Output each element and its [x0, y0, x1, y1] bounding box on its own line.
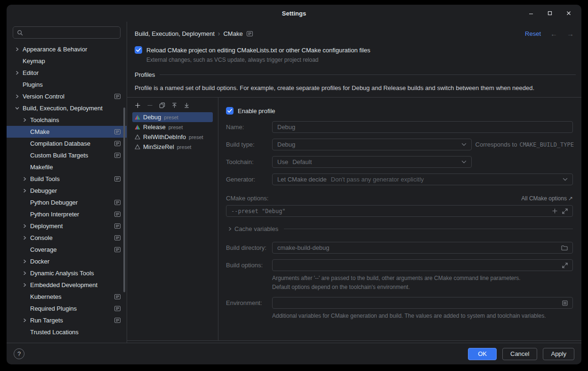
sidebar-item-coverage[interactable]: Coverage	[7, 244, 127, 256]
tree-item-label: Deployment	[28, 223, 63, 230]
chevron-right-icon[interactable]	[21, 271, 28, 275]
build-type-value: Debug	[277, 141, 295, 148]
environment-hint: Additional variables for CMake generatio…	[272, 312, 555, 321]
cancel-button[interactable]: Cancel	[502, 348, 537, 360]
sidebar-item-build-execution-deployment[interactable]: Build, Execution, Deployment	[7, 102, 127, 114]
name-value: Debug	[277, 124, 295, 131]
close-icon[interactable]	[565, 10, 572, 16]
minimize-icon[interactable]	[528, 10, 534, 16]
profile-suffix: preset	[189, 134, 203, 140]
enable-profile-checkbox[interactable]	[226, 107, 234, 115]
sidebar-scrollbar[interactable]	[123, 107, 125, 292]
chevron-right-icon[interactable]	[13, 71, 21, 75]
env-browse-icon	[562, 300, 568, 306]
profiles-description: Profile is a named set of build options.…	[127, 84, 581, 91]
build-options-label: Build options:	[226, 262, 272, 269]
search-input[interactable]	[26, 29, 116, 36]
sidebar-item-python-debugger[interactable]: Python Debugger	[7, 197, 127, 208]
sidebar-item-makefile[interactable]: Makefile	[7, 161, 127, 173]
sidebar-item-version-control[interactable]: Version Control	[7, 91, 127, 102]
sidebar-item-editor[interactable]: Editor	[7, 67, 127, 79]
sidebar-item-debugger[interactable]: Debugger	[7, 185, 127, 197]
ok-button[interactable]: OK	[468, 348, 497, 360]
profile-item-release[interactable]: Release preset	[132, 122, 213, 132]
cache-variables-toggle: Cache variables	[226, 225, 573, 232]
chevron-right-icon[interactable]	[21, 318, 28, 322]
sidebar-item-plugins[interactable]: Plugins	[7, 79, 127, 91]
sidebar-item-python-interpreter[interactable]: Python Interpreter	[7, 208, 127, 220]
reload-cmake-checkbox[interactable]	[135, 46, 142, 54]
all-cmake-options-link[interactable]: All CMake options ↗	[521, 195, 573, 202]
sidebar-item-docker[interactable]: Docker	[7, 256, 127, 267]
profile-item-debug[interactable]: Debug preset	[132, 112, 213, 122]
chevron-right-icon[interactable]	[13, 47, 21, 51]
chevron-right-icon[interactable]	[21, 189, 28, 193]
sidebar-item-dynamic-analysis-tools[interactable]: Dynamic Analysis Tools	[7, 267, 127, 279]
settings-tree: Appearance & Behavior Keymap Editor Plug…	[7, 43, 127, 338]
forward-arrow-icon[interactable]: →	[567, 30, 574, 38]
sidebar-item-required-plugins[interactable]: Required Plugins	[7, 303, 127, 314]
generator-hint: Don't pass any generator explicitly	[331, 176, 424, 183]
cmake-options-value: --preset "Debug"	[231, 208, 286, 214]
chevron-right-icon[interactable]	[13, 94, 21, 99]
per-project-icon	[114, 176, 121, 181]
profile-item-relwithdebinfo[interactable]: RelWithDebInfo preset	[132, 132, 213, 142]
title-bar: Settings	[7, 5, 581, 22]
per-project-icon	[114, 223, 121, 229]
move-up-icon[interactable]	[171, 102, 177, 108]
profiles-list: Debug preset Release preset RelWithDebIn…	[127, 112, 218, 152]
sidebar-item-compilation-database[interactable]: Compilation Database	[7, 138, 127, 149]
sidebar-item-custom-build-targets[interactable]: Custom Build Targets	[7, 149, 127, 161]
tree-item-label: Python Interpreter	[28, 211, 79, 218]
chevron-right-icon[interactable]	[21, 118, 28, 122]
sidebar-item-cmake[interactable]: CMake	[7, 126, 127, 138]
dropdown-chevron-icon	[458, 160, 467, 164]
profile-form: Enable profile Name: Debug Build type: D…	[218, 98, 581, 340]
chevron-right-icon[interactable]	[21, 259, 28, 264]
sidebar-item-deployment[interactable]: Deployment	[7, 220, 127, 232]
build-directory-label: Build directory:	[226, 244, 272, 251]
profile-suffix: preset	[164, 115, 178, 120]
sidebar-item-run-targets[interactable]: Run Targets	[7, 314, 127, 326]
toolchain-prefix: Use	[277, 158, 288, 165]
chevron-right-icon[interactable]	[21, 224, 28, 228]
move-down-icon[interactable]	[183, 102, 190, 108]
generator-select: Let CMake decide Don't pass any generato…	[272, 173, 573, 185]
chevron-right-icon[interactable]	[21, 236, 28, 240]
help-icon[interactable]: ?	[14, 348, 24, 359]
remove-icon[interactable]	[146, 102, 153, 108]
sidebar-item-toolchains[interactable]: Toolchains	[7, 114, 127, 126]
reset-link[interactable]: Reset	[525, 30, 541, 37]
sidebar-item-keymap[interactable]: Keymap	[7, 55, 127, 67]
cmake-gray-icon	[135, 144, 140, 149]
profile-suffix: preset	[169, 124, 183, 130]
cmake-options-field: --preset "Debug"	[226, 205, 573, 217]
profiles-section-title: Profiles	[135, 71, 155, 78]
chevron-right-icon	[226, 227, 234, 231]
sidebar-item-trusted-locations[interactable]: Trusted Locations	[7, 326, 127, 338]
cmake-color-icon	[135, 124, 140, 130]
sidebar-item-console[interactable]: Console	[7, 232, 127, 244]
expand-icon	[562, 263, 568, 268]
sidebar-item-embedded-development[interactable]: Embedded Development	[7, 279, 127, 291]
maximize-icon[interactable]	[547, 10, 553, 16]
tree-item-label: Trusted Locations	[28, 329, 79, 336]
breadcrumb: Build, Execution, Deployment › CMake Res…	[127, 22, 581, 39]
breadcrumb-settings-icon	[247, 31, 253, 36]
toolchain-value: Default	[292, 158, 312, 165]
add-icon[interactable]	[134, 102, 141, 108]
sidebar-item-kubernetes[interactable]: Kubernetes	[7, 291, 127, 303]
search-box[interactable]	[13, 26, 121, 39]
back-arrow-icon[interactable]: ←	[550, 30, 557, 38]
dropdown-chevron-icon	[458, 143, 467, 146]
apply-button[interactable]: Apply	[543, 348, 574, 360]
environment-label: Environment:	[226, 299, 272, 306]
chevron-right-icon[interactable]	[21, 283, 28, 287]
breadcrumb-part-parent[interactable]: Build, Execution, Deployment	[135, 30, 215, 37]
chevron-right-icon[interactable]	[21, 177, 28, 181]
sidebar-item-build-tools[interactable]: Build Tools	[7, 173, 127, 185]
profile-item-minsizerel[interactable]: MinSizeRel preset	[132, 142, 213, 152]
sidebar-item-appearance-behavior[interactable]: Appearance & Behavior	[7, 43, 127, 55]
chevron-right-icon[interactable]	[13, 106, 21, 110]
copy-icon[interactable]	[159, 102, 165, 108]
